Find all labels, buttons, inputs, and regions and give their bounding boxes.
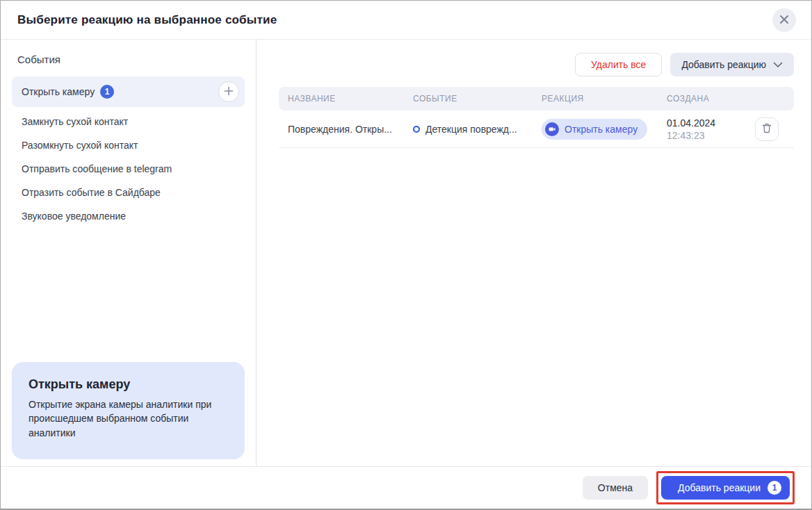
dialog-header: Выберите реакцию на выбранное событие [1,1,811,40]
close-icon [779,15,789,26]
column-header-event: СОБЫТИЕ [413,94,542,104]
delete-all-button[interactable]: Удалить все [575,53,662,76]
reaction-pill-label: Открыть камеру [565,124,638,135]
reactions-table: НАЗВАНИЕ СОБЫТИЕ РЕАКЦИЯ СОЗДАНА Поврежд… [279,87,794,148]
close-button[interactable] [772,8,796,32]
add-reaction-dropdown-label: Добавить реакцию [681,59,766,70]
dialog-footer: Отмена Добавить реакции 1 [1,466,811,509]
add-event-reaction-button[interactable] [218,81,239,102]
actions-row: Удалить все Добавить реакцию [279,53,794,76]
cancel-button[interactable]: Отмена [583,476,648,500]
reaction-info-description: Открытие экрана камеры аналитики при про… [29,397,228,440]
reactions-main: Удалить все Добавить реакцию НАЗВАНИЕ СО… [257,40,811,466]
event-item-label: Открыть камеру [22,86,95,97]
column-header-name: НАЗВАНИЕ [288,94,413,104]
event-item-label: Замкнуть сухой контакт [22,116,128,127]
table-row: Повреждения. Откры... Детекция поврежд..… [279,110,794,148]
cell-actions [755,117,794,141]
column-header-reaction: РЕАКЦИЯ [542,94,667,104]
events-sidebar-title: События [1,54,256,65]
events-list: Открыть камеру 1 Замкнуть сухой контакт … [1,76,256,228]
event-status-icon [413,126,420,133]
reaction-pill[interactable]: Открыть камеру [542,119,647,140]
created-time: 12:43:23 [667,130,755,141]
reaction-info-title: Открыть камеру [29,377,228,392]
add-reactions-count-badge: 1 [768,481,781,495]
delete-row-button[interactable] [755,117,779,141]
events-sidebar: События Открыть камеру 1 Замкнуть сухой … [1,40,257,466]
event-item-open-dry-contact[interactable]: Разомкнуть сухой контакт [1,133,256,157]
dialog-body: События Открыть камеру 1 Замкнуть сухой … [1,40,811,466]
trash-icon [762,123,772,135]
selected-count-badge: 1 [100,85,114,99]
event-item-label: Отправить сообщение в telegram [22,163,172,174]
column-header-created: СОЗДАНА [667,94,755,104]
chevron-down-icon [773,59,783,70]
reaction-info-panel: Открыть камеру Открытие экрана камеры ан… [12,362,245,459]
add-reaction-dropdown[interactable]: Добавить реакцию [670,53,794,76]
cell-name: Повреждения. Откры... [288,124,413,135]
camera-icon [545,122,559,136]
event-item-sound-notification[interactable]: Звуковое уведомление [1,204,256,228]
reaction-dialog: Выберите реакцию на выбранное событие Со… [0,0,812,510]
event-item-label: Звуковое уведомление [22,211,126,222]
created-date: 01.04.2024 [667,117,755,129]
event-item-open-camera[interactable]: Открыть камеру 1 [12,76,245,107]
cell-event-label: Детекция поврежд... [425,124,524,135]
event-item-label: Разомкнуть сухой контакт [22,140,138,151]
cell-created: 01.04.2024 12:43:23 [667,117,755,141]
table-header-row: НАЗВАНИЕ СОБЫТИЕ РЕАКЦИЯ СОЗДАНА [279,87,794,110]
event-item-sidebar-event[interactable]: Отразить событие в Сайдбаре [1,181,256,204]
annotation-highlight-box: Добавить реакции 1 [656,471,795,504]
event-item-telegram-message[interactable]: Отправить сообщение в telegram [1,157,256,181]
cell-reaction: Открыть камеру [542,119,667,140]
event-item-close-dry-contact[interactable]: Замкнуть сухой контакт [1,110,256,133]
cell-event: Детекция поврежд... [413,124,542,135]
dialog-title: Выберите реакцию на выбранное событие [17,13,277,27]
event-item-label: Отразить событие в Сайдбаре [22,187,161,198]
add-reactions-button[interactable]: Добавить реакции 1 [661,476,790,500]
add-reactions-label: Добавить реакции [678,482,761,493]
plus-icon [224,86,234,98]
